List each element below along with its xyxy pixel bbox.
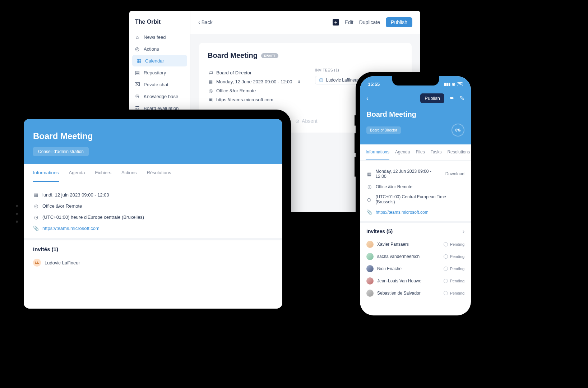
avatar: [366, 253, 374, 260]
location-value: Office &/or Remote: [42, 203, 82, 209]
edit-button[interactable]: Edit: [345, 19, 353, 25]
event-title: Board Meeting: [208, 51, 258, 60]
chat-icon: ⌧: [134, 82, 140, 87]
link-line[interactable]: 📎 https://teams.microsoft.com: [33, 223, 273, 234]
invitee-row[interactable]: Xavier Pansaers Pending: [366, 238, 464, 250]
tab-actions[interactable]: Actions: [121, 164, 137, 182]
link-line[interactable]: 📎 https://teams.microsoft.com: [366, 207, 464, 217]
invitee-row[interactable]: LL Ludovic Laffineur: [33, 257, 273, 268]
page-title: Board Meeting: [33, 131, 273, 141]
tab-files[interactable]: Files: [416, 144, 425, 160]
tab-absent[interactable]: ⊘ Absent: [295, 118, 318, 124]
pending-ring-icon: [444, 291, 448, 295]
phone-header-row: Board of Director 0%: [366, 124, 464, 137]
status-icons: ▮▮▮ ◉ 76: [444, 82, 463, 87]
tab-informations[interactable]: Informations: [366, 144, 389, 160]
attachment-icon: 📎: [366, 209, 372, 215]
tab-resolutions[interactable]: Resolutions: [447, 144, 470, 160]
download-button[interactable]: Download: [445, 171, 464, 176]
event-tag-line: 🏷 Board of Director: [208, 68, 301, 77]
event-link[interactable]: https://teams.microsoft.com: [216, 97, 273, 102]
tab-agenda[interactable]: Agenda: [69, 164, 85, 182]
meeting-link[interactable]: https://teams.microsoft.com: [42, 226, 99, 231]
pending-ring-icon: [444, 279, 448, 283]
pin-icon: ◎: [33, 203, 39, 209]
tablet-body: ▦ lundi, 12 juin 2023 09:00 - 12:00 ◎ Of…: [24, 182, 282, 275]
chevron-left-icon: ‹: [198, 19, 200, 25]
status-bar: 15:55 ▮▮▮ ◉ 76: [360, 76, 471, 92]
sidebar-item-newsfeed[interactable]: ⌂ News feed: [129, 31, 190, 43]
tablet-device: Board Meeting Conseil d'administration I…: [11, 110, 291, 318]
toolbar: ‹ Back ＋ Edit Duplicate Publish: [190, 11, 420, 34]
video-icon: ▣: [208, 97, 213, 102]
tablet-screen: Board Meeting Conseil d'administration I…: [24, 119, 282, 309]
edit-icon[interactable]: ✎: [459, 94, 464, 102]
sidebar-item-label: News feed: [144, 34, 166, 40]
bulb-icon: ♾: [134, 93, 140, 99]
back-button[interactable]: ‹ Back: [198, 19, 213, 25]
pin-icon: ◎: [208, 88, 213, 93]
invitees-title: Invitees (5): [366, 228, 393, 234]
status-pending: Pending: [444, 267, 464, 271]
tab-fichiers[interactable]: Fichiers: [95, 164, 111, 182]
block-icon: ⊘: [295, 118, 300, 124]
invitee-row[interactable]: sacha vandermeersch Pending: [366, 250, 464, 263]
phone-screen: 15:55 ▮▮▮ ◉ 76 ‹ Publish ✒ ✎ Board Meeti…: [360, 76, 471, 315]
sidebar-item-knowledgebase[interactable]: ♾ Knowledge base: [129, 91, 190, 102]
calendar-icon: ▦: [33, 192, 39, 198]
location-value: Office &/or Remote: [376, 184, 412, 189]
sidebar-item-calendar[interactable]: ▦ Calendar: [132, 55, 187, 66]
tablet-hardware-dots: [16, 205, 18, 223]
event-datetime: Monday, 12 June 2023 09:00 - 12:00: [216, 79, 292, 84]
app-brand: The Orbit: [129, 19, 190, 31]
download-icon[interactable]: [295, 79, 301, 84]
timezone-line: ◷ (UTC+01:00) Central European Time (Bru…: [366, 192, 464, 207]
invitees-label: INVITEES (1): [315, 68, 369, 72]
event-link-line: ▣ https://teams.microsoft.com: [208, 95, 301, 104]
pending-ring-icon: [444, 267, 448, 271]
event-info-col: 🏷 Board of Director ▦ Monday, 12 June 20…: [208, 68, 301, 104]
invitees-header[interactable]: Invitees (5) ›: [366, 223, 464, 238]
avatar: [366, 290, 374, 297]
back-button[interactable]: ‹: [366, 95, 369, 102]
phone-header: ‹ Publish ✒ ✎ Board Meeting Board of Dir…: [360, 92, 471, 144]
meeting-link[interactable]: https://teams.microsoft.com: [376, 210, 429, 215]
add-button[interactable]: ＋: [333, 19, 339, 26]
invitee-name: Ludovic Laffineur: [45, 260, 80, 265]
sidebar-item-actions[interactable]: ◎ Actions: [129, 43, 190, 55]
attachment-icon: 📎: [33, 226, 39, 231]
event-datetime-line: ▦ Monday, 12 June 2023 09:00 - 12:00: [208, 77, 301, 86]
tab-resolutions[interactable]: Résolutions: [147, 164, 171, 182]
clock-icon: ◷: [366, 197, 372, 202]
publish-button[interactable]: Publish: [386, 17, 412, 27]
home-icon: ⌂: [134, 34, 140, 40]
invitee-name: Sebastien de Salvador: [377, 291, 421, 296]
tab-agenda[interactable]: Agenda: [395, 144, 410, 160]
sidebar-item-label: Private chat: [144, 82, 168, 87]
invitees-section-title: Invités (1): [33, 246, 273, 252]
datetime-line: ▦ lundi, 12 juin 2023 09:00 - 12:00: [33, 189, 273, 200]
timezone-line: ◷ (UTC+01:00) heure d'Europe centrale (B…: [33, 212, 273, 223]
pin-icon: ◎: [366, 184, 372, 189]
publish-button[interactable]: Publish: [420, 93, 444, 103]
duplicate-button[interactable]: Duplicate: [359, 19, 380, 25]
avatar-dot-icon: [319, 78, 323, 82]
timezone-value: (UTC+01:00) Central European Time (Bruss…: [376, 194, 464, 204]
event-location-line: ◎ Office &/or Remote: [208, 86, 301, 95]
tab-tasks[interactable]: Tasks: [431, 144, 442, 160]
sidebar-item-privatechat[interactable]: ⌧ Private chat: [129, 79, 190, 90]
sidebar-item-repository[interactable]: ▤ Repository: [129, 67, 190, 78]
sidebar-item-label: Calendar: [145, 58, 164, 64]
tag-icon: 🏷: [208, 70, 213, 75]
invitee-row[interactable]: Sebastien de Salvador Pending: [366, 287, 464, 299]
invitee-row[interactable]: Jean-Louis Van Houwe Pending: [366, 275, 464, 287]
tablet-tabs: Informations Agenda Fichiers Actions Rés…: [24, 164, 282, 182]
phone-topbar-right: Publish ✒ ✎: [420, 93, 464, 103]
comment-icon[interactable]: ✒: [449, 94, 454, 102]
phone-notch: [392, 76, 439, 86]
status-pending: Pending: [444, 291, 464, 295]
tab-informations[interactable]: Informations: [33, 164, 59, 182]
pending-ring-icon: [444, 254, 448, 259]
invitee-row[interactable]: Nicu Enache Pending: [366, 263, 464, 275]
category-pill: Conseil d'administration: [33, 147, 89, 156]
